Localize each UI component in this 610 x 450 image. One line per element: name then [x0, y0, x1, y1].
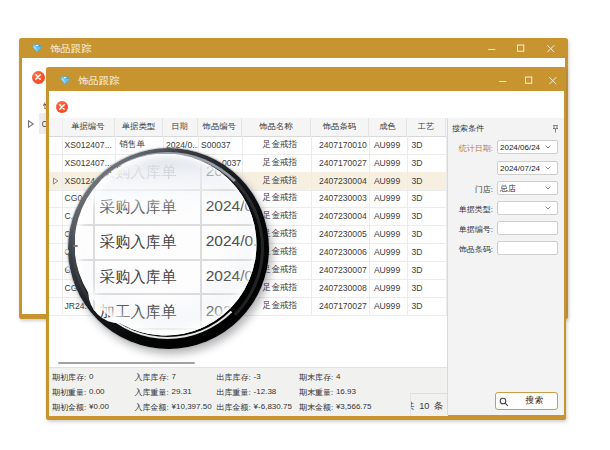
field-value: 2024/06/24: [500, 141, 540, 153]
dropdown-arrow-icon[interactable]: [545, 186, 551, 190]
table-cell[interactable]: 2407230003: [311, 190, 369, 208]
table-cell[interactable]: 足金戒指: [242, 172, 311, 190]
summary-value: 4: [336, 372, 340, 381]
summary-value: 29.31: [172, 387, 192, 396]
table-cell[interactable]: S00037: [198, 136, 242, 154]
table-cell[interactable]: 2407170027: [311, 154, 369, 172]
column-header[interactable]: 工艺: [407, 118, 446, 136]
table-cell[interactable]: 3D: [407, 136, 446, 154]
table-cell[interactable]: AU999: [369, 297, 407, 315]
pin-icon[interactable]: [552, 125, 559, 133]
column-gridline: [407, 136, 408, 315]
summary-value: ¥0.00: [89, 402, 109, 411]
field-label: 饰品条码:: [459, 244, 493, 255]
dropdown-field[interactable]: 2024/06/24: [497, 140, 558, 154]
front-window-titlebar[interactable]: 饰品跟踪: [46, 67, 567, 91]
summary-value: 7: [172, 372, 176, 381]
summary-value: ¥10,397.50: [172, 402, 212, 411]
field-label: 统计日期:: [459, 143, 493, 154]
field-label: 单据编号:: [459, 224, 493, 235]
summary-value: ¥-6,830.75: [254, 402, 292, 411]
column-header[interactable]: 成色: [369, 118, 407, 136]
summary-label: 出库重量:: [217, 387, 251, 398]
table-cell[interactable]: 3D: [407, 154, 446, 172]
close-button[interactable]: [544, 73, 562, 87]
text-field[interactable]: [497, 221, 558, 235]
table-cell[interactable]: AU999: [369, 261, 407, 279]
summary-value: -3: [254, 372, 261, 381]
table-cell[interactable]: 2407230007: [311, 261, 369, 279]
table-cell[interactable]: 2407230008: [311, 279, 369, 297]
dropdown-field[interactable]: [497, 201, 558, 215]
column-header[interactable]: 饰品编号: [198, 118, 242, 136]
maximize-button[interactable]: [512, 41, 530, 55]
minimize-button[interactable]: [483, 41, 501, 55]
maximize-button[interactable]: [520, 73, 538, 87]
glass-reflection: [75, 154, 257, 336]
table-cell[interactable]: 3D: [407, 261, 446, 279]
record-count: 共 10 条: [410, 400, 443, 413]
close-tool-button[interactable]: [56, 101, 68, 113]
summary-label: 期初重量:: [52, 387, 86, 398]
table-cell[interactable]: AU999: [369, 243, 407, 261]
table-cell[interactable]: AU999: [369, 190, 407, 208]
horizontal-scrollbar-thumb[interactable]: [58, 362, 196, 365]
field-label: 门店:: [475, 184, 493, 195]
table-cell[interactable]: 2407230004: [311, 172, 369, 190]
table-cell[interactable]: 2407230004: [311, 207, 369, 225]
magnifier-glass: 采购入库单2024/0...采购入库单2024/0...采购入库单2024/0.…: [75, 154, 257, 336]
summary-label: 期初金额:: [52, 402, 86, 413]
column-header[interactable]: 日期: [163, 118, 198, 136]
summary-bar: 期初库存:0入库库存:7出库库存:-3期末库存:4期初重量:0.00入库重量:2…: [49, 367, 448, 416]
table-cell[interactable]: AU999: [369, 172, 407, 190]
back-close-tool-button[interactable]: [32, 71, 45, 84]
dropdown-field[interactable]: 总店: [497, 181, 558, 195]
column-header[interactable]: 单据类型: [115, 118, 162, 136]
table-cell[interactable]: 3D: [407, 297, 446, 315]
app-diamond-icon: [60, 76, 70, 87]
column-header[interactable]: 单据编号: [62, 118, 116, 136]
summary-label: 出库金额:: [217, 402, 251, 413]
table-cell[interactable]: 3D: [407, 207, 446, 225]
table-cell[interactable]: 3D: [407, 243, 446, 261]
table-cell[interactable]: 2407230006: [311, 243, 369, 261]
table-cell[interactable]: 足金戒指: [242, 136, 311, 154]
table-cell[interactable]: 2407170027: [311, 297, 369, 315]
summary-value: 16.93: [336, 387, 356, 396]
table-cell[interactable]: 3D: [407, 190, 446, 208]
close-button[interactable]: [542, 41, 560, 55]
search-button[interactable]: 搜索: [495, 392, 558, 410]
table-header[interactable]: 单据编号单据类型日期饰品编号饰品名称饰品条码成色工艺: [49, 118, 448, 137]
minimize-button[interactable]: [494, 73, 512, 87]
dropdown-arrow-icon[interactable]: [545, 145, 551, 149]
table-cell[interactable]: XS012407...: [62, 136, 116, 154]
focused-row-arrow: [52, 177, 59, 185]
text-field[interactable]: [497, 241, 558, 255]
column-header[interactable]: 饰品条码: [311, 118, 369, 136]
app-diamond-icon: [32, 44, 42, 55]
summary-value: 0.00: [89, 387, 105, 396]
table-cell[interactable]: 3D: [407, 279, 446, 297]
summary-label: 入库金额:: [135, 402, 169, 413]
table-cell[interactable]: AU999: [369, 225, 407, 243]
screenshot-stage: 饰品跟踪 饣 C 饰品跟踪 单据编号单据类型日期饰品编号饰品名称饰品条码成: [0, 0, 610, 450]
table-cell[interactable]: AU999: [369, 279, 407, 297]
table-cell[interactable]: 3D: [407, 225, 446, 243]
table-cell[interactable]: 2407170010: [311, 136, 369, 154]
table-cell[interactable]: AU999: [369, 136, 407, 154]
back-window-titlebar[interactable]: 饰品跟踪: [19, 38, 568, 59]
dropdown-arrow-icon[interactable]: [545, 206, 551, 210]
column-header[interactable]: 饰品名称: [242, 118, 311, 136]
panel-title: 搜索条件: [452, 123, 484, 134]
dropdown-field[interactable]: 2024/07/24: [497, 161, 558, 175]
indicator-column-line: [62, 118, 63, 315]
field-value: 2024/07/24: [500, 162, 540, 174]
dropdown-arrow-icon[interactable]: [545, 166, 551, 170]
table-cell[interactable]: 3D: [407, 172, 446, 190]
table-cell[interactable]: 足金戒指: [242, 154, 311, 172]
table-cell[interactable]: AU999: [369, 154, 407, 172]
table-cell[interactable]: AU999: [369, 207, 407, 225]
search-icon: [498, 396, 510, 408]
table-cell[interactable]: 2407230005: [311, 225, 369, 243]
table-row[interactable]: XS012407...销售单2024/0...S00037足金戒指2407170…: [49, 136, 448, 154]
